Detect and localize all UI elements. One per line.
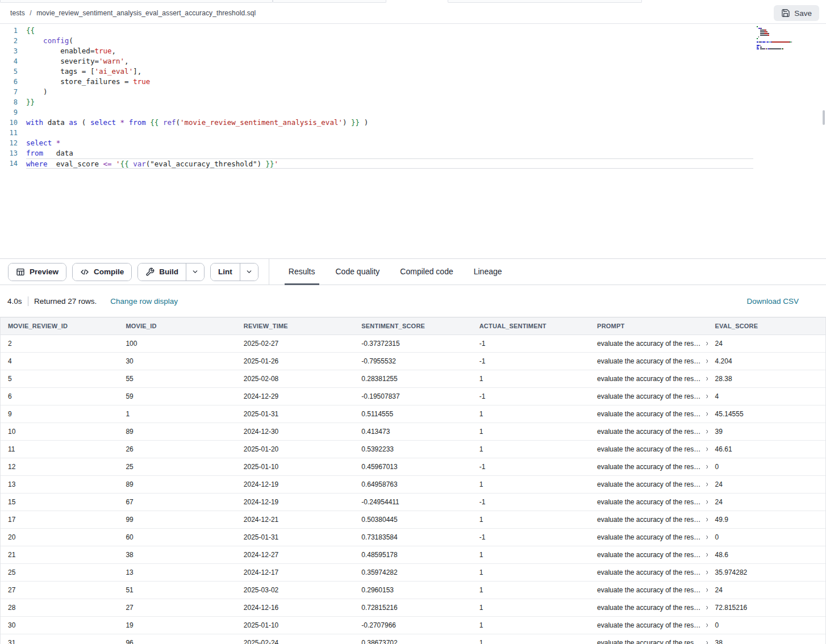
code-text: with data as ( select * from {{ ref('mov… (26, 118, 368, 128)
code-line-10[interactable]: 10with data as ( select * from {{ ref('m… (0, 118, 826, 128)
table-row[interactable]: 20602025-01-310.73183584-1evaluate the a… (1, 528, 825, 546)
table-row[interactable]: 30192025-01-10-0.27079661evaluate the ac… (1, 616, 825, 634)
prompt-cell: evaluate the accuracy of the res… (590, 334, 707, 352)
chevron-right-icon[interactable] (704, 358, 707, 364)
code-text: where eval_score <= '{{ var("eval_accura… (26, 158, 753, 169)
cell: 1 (472, 563, 590, 581)
cell: 4 (1, 352, 118, 370)
lint-button[interactable]: Lint (211, 264, 240, 281)
scrollbar-thumb[interactable] (823, 110, 825, 125)
cell: -1 (472, 528, 590, 546)
download-csv-link[interactable]: Download CSV (746, 297, 799, 306)
line-number: 3 (0, 46, 26, 56)
file-tab[interactable] (0, 0, 273, 3)
code-line-5[interactable]: 5 tags = ['ai_eval'], (0, 66, 826, 77)
chevron-right-icon[interactable] (704, 517, 707, 522)
cell: -1 (472, 387, 590, 405)
table-row[interactable]: 25132024-12-170.359742821evaluate the ac… (1, 563, 825, 581)
table-row[interactable]: 21002025-02-27-0.37372315-1evaluate the … (1, 334, 825, 352)
cell: 100 (118, 334, 236, 352)
cell: 28 (1, 599, 118, 616)
prompt-text: evaluate the accuracy of the res… (597, 480, 700, 488)
chevron-right-icon[interactable] (704, 464, 707, 470)
tab-lineage[interactable]: Lineage (470, 260, 506, 285)
code-line-9[interactable]: 9 (0, 107, 826, 118)
table-row[interactable]: 17992024-12-210.503804451evaluate the ac… (1, 511, 825, 528)
tab-results[interactable]: Results (285, 260, 319, 285)
chevron-right-icon[interactable] (704, 587, 707, 593)
code-editor[interactable]: 1{{2 config(3 enabled=true,4 severity='w… (0, 24, 826, 258)
code-line-11[interactable]: 11 (0, 128, 826, 138)
chevron-right-icon[interactable] (704, 376, 707, 382)
preview-button[interactable]: Preview (9, 264, 66, 281)
file-tab[interactable] (448, 0, 642, 3)
code-line-7[interactable]: 7 ) (0, 87, 826, 97)
cell: 2 (1, 334, 118, 352)
preview-button-label: Preview (30, 267, 59, 276)
build-dropdown-button[interactable] (186, 264, 204, 281)
minimap[interactable] (757, 26, 820, 50)
chevron-right-icon[interactable] (704, 640, 707, 644)
tab-compiled-code[interactable]: Compiled code (396, 260, 457, 285)
code-line-14[interactable]: 14where eval_score <= '{{ var("eval_accu… (0, 158, 826, 169)
table-row[interactable]: 12252025-01-100.45967013-1evaluate the a… (1, 458, 825, 475)
code-lines[interactable]: 1{{2 config(3 enabled=true,4 severity='w… (0, 24, 826, 169)
cell: 51 (118, 581, 236, 599)
table-row[interactable]: 11262025-01-200.53922331evaluate the acc… (1, 440, 825, 458)
chevron-right-icon[interactable] (704, 411, 707, 417)
prompt-text: evaluate the accuracy of the res… (597, 340, 700, 348)
chevron-right-icon[interactable] (704, 499, 707, 505)
table-row[interactable]: 13892024-12-190.649587631evaluate the ac… (1, 475, 825, 493)
save-icon (781, 9, 790, 18)
lint-dropdown-button[interactable] (240, 264, 258, 281)
chevron-right-icon[interactable] (704, 552, 707, 558)
table-row[interactable]: 31962025-02-240.386737021evaluate the ac… (1, 634, 825, 644)
file-tab[interactable] (273, 0, 386, 3)
code-line-4[interactable]: 4 severity='warn', (0, 56, 826, 66)
prompt-cell: evaluate the accuracy of the res… (590, 546, 707, 563)
table-row[interactable]: 6592024-12-29-0.19507837-1evaluate the a… (1, 387, 825, 405)
chevron-right-icon[interactable] (704, 622, 707, 628)
table-row[interactable]: 10892024-12-300.4134731evaluate the accu… (1, 423, 825, 440)
code-line-2[interactable]: 2 config( (0, 36, 826, 46)
compile-button[interactable]: Compile (73, 264, 131, 281)
chevron-right-icon[interactable] (704, 605, 707, 610)
chevron-right-icon[interactable] (704, 570, 707, 575)
save-button[interactable]: Save (774, 5, 819, 21)
cell: 1 (472, 475, 590, 493)
prompt-text: evaluate the accuracy of the res… (597, 533, 700, 541)
table-row[interactable]: 21382024-12-270.485951781evaluate the ac… (1, 546, 825, 563)
table-row[interactable]: 4302025-01-26-0.7955532-1evaluate the ac… (1, 352, 825, 370)
chevron-right-icon[interactable] (704, 429, 707, 434)
cell: 1 (472, 546, 590, 563)
prompt-cell: evaluate the accuracy of the res… (590, 440, 707, 458)
build-button[interactable]: Build (138, 264, 186, 281)
table-row[interactable]: 5552025-02-080.283812551evaluate the acc… (1, 370, 825, 387)
cell: 24 (708, 581, 825, 599)
chevron-right-icon[interactable] (704, 482, 707, 487)
editor-header: tests / movie_review_sentiment_analysis_… (0, 3, 826, 24)
table-row[interactable]: 28272024-12-160.728152161evaluate the ac… (1, 599, 825, 616)
code-line-13[interactable]: 13from data (0, 148, 826, 158)
change-row-display-link[interactable]: Change row display (110, 297, 178, 306)
chevron-right-icon[interactable] (704, 341, 707, 346)
cell: 12 (1, 458, 118, 475)
code-line-3[interactable]: 3 enabled=true, (0, 46, 826, 56)
editor-scrollbar[interactable] (821, 24, 826, 258)
code-line-12[interactable]: 12select * (0, 138, 826, 148)
chevron-right-icon[interactable] (704, 534, 707, 540)
code-line-6[interactable]: 6 store_failures = true (0, 77, 826, 87)
tab-code-quality[interactable]: Code quality (332, 260, 384, 285)
table-row[interactable]: 912025-01-310.51145551evaluate the accur… (1, 405, 825, 423)
table-row[interactable]: 15672024-12-19-0.24954411-1evaluate the … (1, 493, 825, 511)
code-line-1[interactable]: 1{{ (0, 26, 826, 36)
code-text: select * (26, 138, 60, 148)
file-tab-strip[interactable] (0, 0, 826, 3)
chevron-right-icon[interactable] (704, 446, 707, 452)
code-line-8[interactable]: 8}} (0, 97, 826, 107)
table-row[interactable]: 27512025-03-020.29601531evaluate the acc… (1, 581, 825, 599)
cell: 21 (1, 546, 118, 563)
chevron-right-icon[interactable] (704, 394, 707, 399)
cell: 0 (708, 528, 825, 546)
cell: 2024-12-16 (236, 599, 354, 616)
